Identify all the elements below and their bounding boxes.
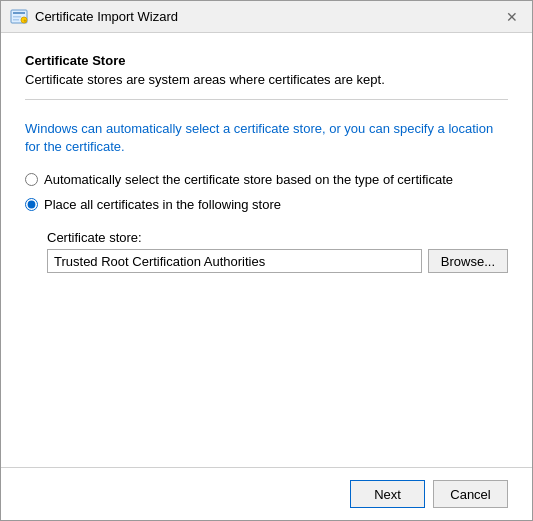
content-area: Certificate Store Certificate stores are… (1, 33, 532, 467)
section-title: Certificate Store (25, 53, 508, 68)
title-bar-left: ★ Certificate Import Wizard (9, 7, 178, 27)
title-bar: ★ Certificate Import Wizard ✕ (1, 1, 532, 33)
browse-button[interactable]: Browse... (428, 249, 508, 273)
svg-rect-3 (13, 19, 19, 21)
radio-manual-item[interactable]: Place all certificates in the following … (25, 197, 508, 212)
main-content: Windows can automatically select a certi… (1, 100, 532, 467)
radio-auto[interactable] (25, 173, 38, 186)
radio-auto-item[interactable]: Automatically select the certificate sto… (25, 172, 508, 187)
close-button[interactable]: ✕ (500, 5, 524, 29)
cert-store-label: Certificate store: (47, 230, 508, 245)
radio-manual-label: Place all certificates in the following … (44, 197, 281, 212)
header-section: Certificate Store Certificate stores are… (1, 33, 532, 99)
radio-manual[interactable] (25, 198, 38, 211)
section-description: Certificate stores are system areas wher… (25, 72, 508, 87)
wizard-icon: ★ (9, 7, 29, 27)
radio-auto-label: Automatically select the certificate sto… (44, 172, 453, 187)
svg-text:★: ★ (23, 18, 27, 23)
svg-rect-1 (13, 12, 25, 14)
title-text: Certificate Import Wizard (35, 9, 178, 24)
cert-store-row: Browse... (47, 249, 508, 273)
wizard-window: ★ Certificate Import Wizard ✕ Certificat… (0, 0, 533, 521)
cancel-button[interactable]: Cancel (433, 480, 508, 508)
svg-rect-2 (13, 16, 21, 18)
footer: Next Cancel (1, 467, 532, 520)
cert-store-container: Certificate store: Browse... (47, 230, 508, 273)
next-button[interactable]: Next (350, 480, 425, 508)
info-text: Windows can automatically select a certi… (25, 120, 508, 156)
cert-store-input[interactable] (47, 249, 422, 273)
radio-group: Automatically select the certificate sto… (25, 172, 508, 273)
